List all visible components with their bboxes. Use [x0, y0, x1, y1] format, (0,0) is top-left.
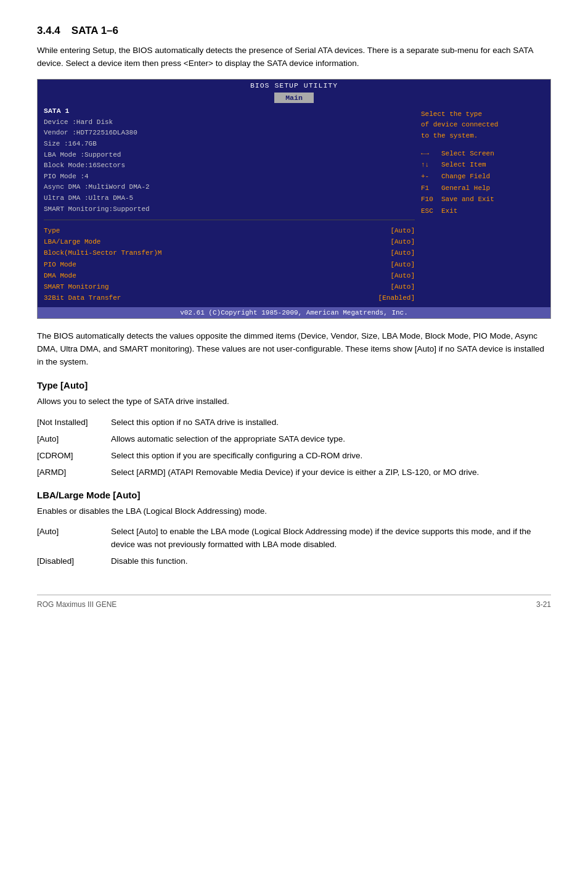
- bios-setting-type-value: [Auto]: [390, 225, 415, 236]
- type-section-desc: Allows you to select the type of SATA dr…: [37, 395, 551, 408]
- bios-device-info: Device :Hard Disk Vendor :HDT722516DLA38…: [44, 117, 415, 220]
- type-option-armd-desc: Select [ARMD] (ATAPI Removable Media Dev…: [111, 464, 551, 481]
- lba-section-title: LBA/Large Mode [Auto]: [37, 490, 551, 500]
- lba-section: LBA/Large Mode [Auto] Enables or disable…: [37, 490, 551, 571]
- bios-info-line-4: Block Mode:16Sectors: [44, 160, 415, 171]
- bios-help-text: Select the typeof device connectedto the…: [421, 109, 544, 142]
- bios-info-line-2: Size :164.7GB: [44, 139, 415, 150]
- bios-info-line-8: SMART Monitoring:Supported: [44, 204, 415, 215]
- bios-setting-block-value: [Auto]: [390, 247, 415, 258]
- section-number: 3.4.4: [37, 25, 60, 37]
- type-option-auto-desc: Allows automatic selection of the approp…: [111, 431, 551, 448]
- lba-option-disabled-desc: Disable this function.: [111, 553, 551, 570]
- bios-nav-screen: ←→ Select Screen: [421, 148, 544, 160]
- bios-info-line-7: Ultra DMA :Ultra DMA-5: [44, 193, 415, 204]
- bios-setting-block-label: Block(Multi-Sector Transfer)M: [44, 247, 161, 258]
- bios-left-panel: SATA 1 Device :Hard Disk Vendor :HDT7225…: [44, 107, 421, 303]
- page-footer: ROG Maximus III GENE 3-21: [37, 595, 551, 609]
- bios-footer: v02.61 (C)Copyright 1985-2009, American …: [38, 307, 550, 318]
- bios-info-line-6: Async DMA :MultiWord DMA-2: [44, 182, 415, 193]
- bios-setting-lba-label: LBA/Large Mode: [44, 236, 100, 247]
- bios-setting-pio[interactable]: PIO Mode [Auto]: [44, 259, 415, 270]
- type-options-table: [Not Installed] Select this option if no…: [37, 415, 551, 481]
- lba-option-auto-key: [Auto]: [37, 524, 111, 553]
- bios-info-line-1: Vendor :HDT722516DLA380: [44, 128, 415, 139]
- type-option-auto: [Auto] Allows automatic selection of the…: [37, 431, 551, 448]
- type-option-not-installed-desc: Select this option if no SATA drive is i…: [111, 415, 551, 431]
- bios-header: BIOS SETUP UTILITY: [38, 80, 550, 91]
- lba-options-table: [Auto] Select [Auto] to enable the LBA m…: [37, 524, 551, 570]
- bios-info-line-5: PIO Mode :4: [44, 171, 415, 183]
- bios-setting-pio-value: [Auto]: [390, 259, 415, 270]
- bios-info-line-0: Device :Hard Disk: [44, 117, 415, 128]
- bios-setting-dma-label: DMA Mode: [44, 270, 76, 281]
- type-option-armd-key: [ARMD]: [37, 464, 111, 481]
- bios-tab-main[interactable]: Main: [274, 93, 314, 103]
- bios-nav-change: +- Change Field: [421, 171, 544, 183]
- bios-nav-item: ↑↓ Select Item: [421, 159, 544, 171]
- bios-right-panel: Select the typeof device connectedto the…: [421, 107, 544, 303]
- bios-nav: ←→ Select Screen ↑↓ Select Item +- Chang…: [421, 148, 544, 217]
- bios-setting-lba[interactable]: LBA/Large Mode [Auto]: [44, 236, 415, 247]
- bios-setting-dma-value: [Auto]: [390, 270, 415, 281]
- bios-setting-smart-value: [Auto]: [390, 281, 415, 292]
- type-option-not-installed: [Not Installed] Select this option if no…: [37, 415, 551, 431]
- bios-setting-block[interactable]: Block(Multi-Sector Transfer)M [Auto]: [44, 247, 415, 258]
- type-option-cdrom-desc: Select this option if you are specifical…: [111, 448, 551, 464]
- lba-option-auto-desc: Select [Auto] to enable the LBA mode (Lo…: [111, 524, 551, 553]
- bios-nav-save: F10 Save and Exit: [421, 194, 544, 205]
- section-header: 3.4.4 SATA 1–6: [37, 25, 551, 37]
- type-section-title: Type [Auto]: [37, 380, 551, 390]
- bios-tab-bar: Main: [38, 91, 550, 103]
- type-option-cdrom: [CDROM] Select this option if you are sp…: [37, 448, 551, 464]
- bios-setting-32bit[interactable]: 32Bit Data Transfer [Enabled]: [44, 292, 415, 303]
- bios-info-line-3: LBA Mode :Supported: [44, 150, 415, 161]
- bios-setting-smart[interactable]: SMART Monitoring [Auto]: [44, 281, 415, 292]
- bios-settings: Type [Auto] LBA/Large Mode [Auto] Block(…: [44, 225, 415, 303]
- bios-setting-lba-value: [Auto]: [390, 236, 415, 247]
- lba-option-disabled-key: [Disabled]: [37, 553, 111, 570]
- type-option-auto-key: [Auto]: [37, 431, 111, 448]
- type-option-armd: [ARMD] Select [ARMD] (ATAPI Removable Me…: [37, 464, 551, 481]
- bios-nav-help: F1 General Help: [421, 183, 544, 194]
- bios-sata-label: SATA 1: [44, 107, 415, 115]
- bios-setting-type[interactable]: Type [Auto]: [44, 225, 415, 236]
- type-option-cdrom-key: [CDROM]: [37, 448, 111, 464]
- lba-option-auto: [Auto] Select [Auto] to enable the LBA m…: [37, 524, 551, 553]
- bios-setting-smart-label: SMART Monitoring: [44, 281, 109, 292]
- bios-nav-exit: ESC Exit: [421, 205, 544, 217]
- bios-setting-32bit-label: 32Bit Data Transfer: [44, 292, 121, 303]
- type-option-not-installed-key: [Not Installed]: [37, 415, 111, 431]
- footer-right: 3-21: [536, 600, 551, 609]
- section-title: SATA 1–6: [71, 25, 118, 37]
- body-paragraph: The BIOS automatically detects the value…: [37, 330, 551, 369]
- bios-content: SATA 1 Device :Hard Disk Vendor :HDT7225…: [38, 103, 550, 307]
- bios-setting-pio-label: PIO Mode: [44, 259, 76, 270]
- bios-setting-type-label: Type: [44, 225, 60, 236]
- type-section: Type [Auto] Allows you to select the typ…: [37, 380, 551, 481]
- bios-box: BIOS SETUP UTILITY Main SATA 1 Device :H…: [37, 79, 551, 319]
- lba-option-disabled: [Disabled] Disable this function.: [37, 553, 551, 570]
- bios-setting-32bit-value: [Enabled]: [378, 292, 415, 303]
- lba-section-desc: Enables or disables the LBA (Logical Blo…: [37, 505, 551, 518]
- intro-paragraph: While entering Setup, the BIOS automatic…: [37, 44, 551, 70]
- bios-setting-dma[interactable]: DMA Mode [Auto]: [44, 270, 415, 281]
- footer-left: ROG Maximus III GENE: [37, 600, 116, 609]
